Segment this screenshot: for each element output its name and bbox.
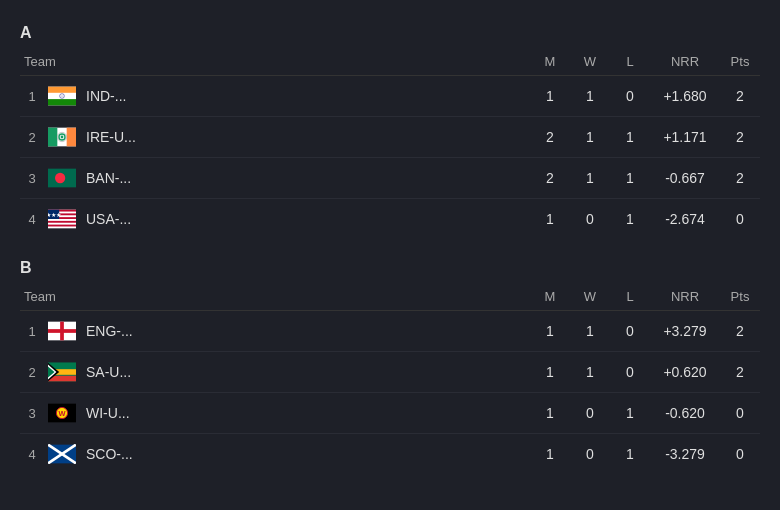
svg-point-14: [55, 173, 65, 183]
team-name: WI-U...: [80, 405, 530, 421]
table-row[interactable]: 2 IRE-U... 2 1 1 +1.171 2: [20, 117, 760, 158]
svg-rect-19: [48, 221, 76, 223]
svg-rect-20: [48, 225, 76, 227]
row-wins: 1: [570, 170, 610, 186]
svg-text:W: W: [58, 409, 66, 418]
row-losses: 0: [610, 323, 650, 339]
row-rank: 3: [20, 406, 44, 421]
team-name: SA-U...: [80, 364, 530, 380]
header-l: L: [610, 54, 650, 69]
header-m: M: [530, 289, 570, 304]
table-row[interactable]: 3 W WI-U... 1 0 1 -0.620 0: [20, 393, 760, 434]
team-name: IND-...: [80, 88, 530, 104]
row-rank: 4: [20, 212, 44, 227]
row-losses: 1: [610, 170, 650, 186]
row-nrr: +3.279: [650, 323, 720, 339]
row-rank: 1: [20, 324, 44, 339]
group-label-a: A: [20, 24, 760, 42]
team-flag: [44, 362, 80, 382]
header-m: M: [530, 54, 570, 69]
row-wins: 1: [570, 129, 610, 145]
row-wins: 0: [570, 211, 610, 227]
row-nrr: -0.667: [650, 170, 720, 186]
team-flag: W: [44, 403, 80, 423]
row-matches: 2: [530, 129, 570, 145]
table-row[interactable]: 2 SA-U... 1 1 0 +0.620 2: [20, 352, 760, 393]
row-matches: 1: [530, 323, 570, 339]
row-rank: 4: [20, 447, 44, 462]
row-nrr: -3.279: [650, 446, 720, 462]
row-points: 2: [720, 323, 760, 339]
row-losses: 1: [610, 446, 650, 462]
svg-point-5: [62, 96, 63, 97]
row-nrr: +0.620: [650, 364, 720, 380]
row-nrr: -0.620: [650, 405, 720, 421]
row-matches: 1: [530, 211, 570, 227]
row-rank: 2: [20, 365, 44, 380]
row-wins: 0: [570, 446, 610, 462]
svg-rect-3: [48, 99, 76, 105]
team-name: BAN-...: [80, 170, 530, 186]
header-nrr: NRR: [650, 289, 720, 304]
team-name: SCO-...: [80, 446, 530, 462]
header-w: W: [570, 289, 610, 304]
row-wins: 1: [570, 88, 610, 104]
team-name: ENG-...: [80, 323, 530, 339]
row-matches: 1: [530, 405, 570, 421]
row-wins: 0: [570, 405, 610, 421]
header-w: W: [570, 54, 610, 69]
team-name: USA-...: [80, 211, 530, 227]
header-pts: Pts: [720, 289, 760, 304]
svg-text:★★★: ★★★: [48, 212, 61, 218]
group-b: B Team M W L NRR Pts 1 ENG-... 1 1 0 +3.…: [20, 259, 760, 474]
row-wins: 1: [570, 323, 610, 339]
header-nrr: NRR: [650, 54, 720, 69]
team-flag: ★★★: [44, 209, 80, 229]
svg-rect-1: [48, 87, 76, 93]
row-rank: 1: [20, 89, 44, 104]
team-name: IRE-U...: [80, 129, 530, 145]
table-row[interactable]: 4 SCO-... 1 0 1 -3.279 0: [20, 434, 760, 474]
table-row[interactable]: 1 IND-... 1 1 0 +1.680 2: [20, 76, 760, 117]
team-flag: [44, 321, 80, 341]
team-flag: [44, 127, 80, 147]
row-wins: 1: [570, 364, 610, 380]
row-losses: 1: [610, 211, 650, 227]
row-matches: 2: [530, 170, 570, 186]
row-rank: 3: [20, 171, 44, 186]
table-row[interactable]: 3 BAN-... 2 1 1 -0.667 2: [20, 158, 760, 199]
row-points: 0: [720, 211, 760, 227]
row-rank: 2: [20, 130, 44, 145]
header-l: L: [610, 289, 650, 304]
table-header: Team M W L NRR Pts: [20, 48, 760, 76]
row-matches: 1: [530, 88, 570, 104]
row-losses: 0: [610, 88, 650, 104]
table-header: Team M W L NRR Pts: [20, 283, 760, 311]
row-points: 2: [720, 170, 760, 186]
svg-point-12: [61, 136, 64, 139]
header-team: Team: [20, 289, 530, 304]
team-flag: [44, 168, 80, 188]
header-pts: Pts: [720, 54, 760, 69]
svg-rect-8: [67, 128, 76, 147]
row-losses: 1: [610, 129, 650, 145]
row-points: 0: [720, 405, 760, 421]
svg-rect-25: [60, 322, 64, 341]
row-points: 2: [720, 129, 760, 145]
team-flag: [44, 444, 80, 464]
svg-rect-7: [48, 128, 57, 147]
row-points: 2: [720, 364, 760, 380]
row-matches: 1: [530, 364, 570, 380]
group-a: A Team M W L NRR Pts 1 IND-... 1 1 0 +1.…: [20, 24, 760, 239]
table-row[interactable]: 4 ★★★ USA-... 1 0 1 -2.674 0: [20, 199, 760, 239]
group-label-b: B: [20, 259, 760, 277]
row-points: 0: [720, 446, 760, 462]
row-nrr: +1.171: [650, 129, 720, 145]
team-flag: [44, 86, 80, 106]
row-losses: 1: [610, 405, 650, 421]
row-nrr: +1.680: [650, 88, 720, 104]
row-losses: 0: [610, 364, 650, 380]
row-points: 2: [720, 88, 760, 104]
table-row[interactable]: 1 ENG-... 1 1 0 +3.279 2: [20, 311, 760, 352]
row-matches: 1: [530, 446, 570, 462]
